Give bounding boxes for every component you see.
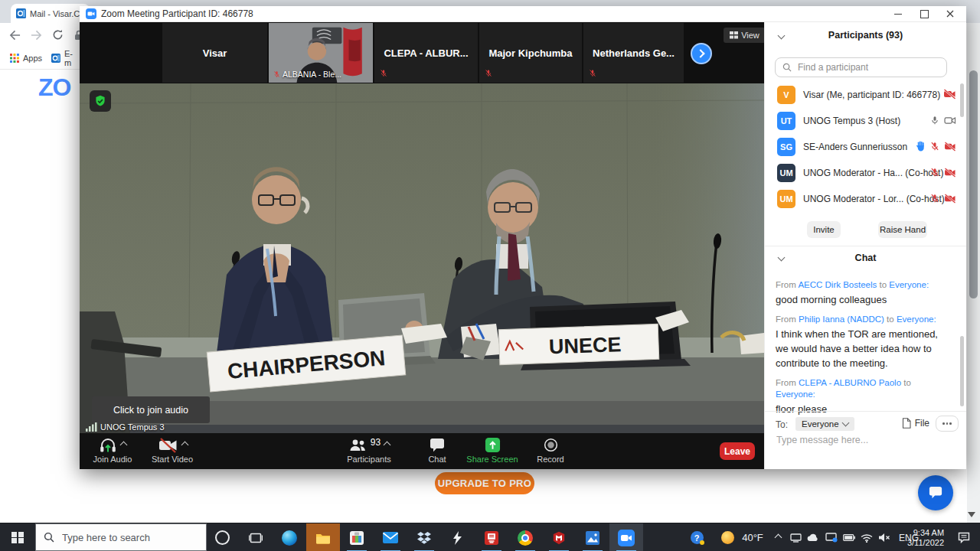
reload-icon[interactable] — [52, 29, 64, 41]
taskbar-search-input[interactable] — [60, 531, 194, 544]
action-center-button[interactable] — [952, 523, 975, 551]
task-view-button[interactable] — [239, 523, 273, 551]
upgrade-to-pro-button[interactable]: UPGRADE TO PRO — [435, 472, 534, 494]
maximize-button[interactable] — [911, 6, 937, 21]
wifi-icon — [861, 533, 873, 543]
participant-tile-video[interactable]: ALBANIA - Ble... — [269, 23, 373, 83]
battery-tray-icon[interactable] — [841, 523, 858, 551]
participant-row[interactable]: UM UNOG Moderator - Lor... (Co-host) — [765, 186, 966, 212]
scrollbar-thumb[interactable] — [969, 70, 978, 298]
browser-scrollbar[interactable] — [967, 23, 980, 523]
outlook-icon — [16, 8, 26, 18]
chat-scrollbar[interactable] — [960, 336, 964, 406]
join-audio-button[interactable]: Join Audio — [83, 436, 142, 464]
next-page-button[interactable] — [691, 43, 712, 64]
close-button[interactable] — [937, 6, 963, 21]
leave-button[interactable]: Leave — [720, 442, 755, 460]
zoom-web-logo: ZO — [38, 73, 70, 102]
forward-icon[interactable] — [31, 30, 42, 41]
participant-row[interactable]: V Visar (Me, participant ID: 466778) — [765, 82, 966, 108]
to-label: To: — [776, 419, 788, 430]
apps-grid-icon[interactable] — [10, 54, 19, 63]
wifi-tray-icon[interactable] — [858, 523, 875, 551]
outlook-bookmark-icon[interactable] — [51, 54, 60, 63]
recipient-select[interactable]: Everyone — [795, 417, 854, 431]
chat-header: Chat — [765, 253, 966, 263]
participants-scrollbar[interactable] — [960, 83, 964, 117]
meeting-toolbar: Join Audio Start Video 93 — [80, 433, 764, 469]
video-off-icon — [943, 89, 956, 99]
start-button[interactable] — [0, 523, 35, 551]
video-options-chevron[interactable] — [181, 442, 188, 449]
participant-tile[interactable]: CLEPA - ALBUR... — [374, 23, 478, 83]
lightning-app-icon[interactable] — [441, 523, 475, 551]
participant-tile[interactable]: Major Kipchumba — [479, 23, 582, 83]
minimize-button[interactable] — [885, 6, 911, 21]
participant-search[interactable] — [775, 57, 947, 77]
raised-hand-icon — [916, 141, 926, 152]
help-chat-widget[interactable] — [918, 475, 953, 510]
avatar: UM — [777, 190, 795, 208]
bookmark-email[interactable]: E-m — [64, 49, 80, 67]
audio-options-chevron[interactable] — [120, 442, 128, 449]
more-options-button[interactable] — [936, 416, 959, 432]
back-icon[interactable] — [9, 30, 21, 41]
windows-taskbar: ? 40°F ENG 9:34 AM3/11/2022 — [0, 523, 980, 551]
file-explorer-app-icon[interactable] — [306, 523, 340, 551]
participant-tile[interactable]: Netherlands Ge... — [583, 23, 684, 83]
task-view-icon — [249, 532, 263, 544]
raise-hand-button[interactable]: Raise Hand — [878, 221, 927, 238]
shield-check-icon — [94, 95, 106, 107]
avatar: SG — [777, 138, 795, 156]
package-app-icon[interactable] — [340, 523, 374, 551]
record-button[interactable]: Record — [521, 436, 580, 464]
invite-button[interactable]: Invite — [807, 221, 841, 238]
close-icon — [946, 10, 954, 18]
mail-app-icon[interactable] — [374, 523, 407, 551]
help-tray-icon[interactable]: ? — [686, 523, 707, 551]
security-badge[interactable] — [90, 90, 111, 112]
participants-options-chevron[interactable] — [384, 442, 391, 449]
photos-app-icon[interactable] — [576, 523, 609, 551]
edge-app-icon[interactable] — [273, 523, 306, 551]
chat-message-input[interactable] — [775, 434, 954, 446]
file-button[interactable]: File — [902, 418, 929, 429]
share-screen-button[interactable]: Share Screen — [462, 436, 522, 464]
bookmarks-bar: Apps E-m — [0, 47, 80, 70]
volume-muted-tray-icon[interactable] — [875, 523, 893, 551]
participant-row[interactable]: UM UNOG Moderator - Ha... (Co-host) — [765, 160, 966, 186]
mcafee-app-icon[interactable] — [542, 523, 576, 551]
taskbar-search[interactable] — [35, 523, 207, 551]
temperature-label[interactable]: 40°F — [738, 523, 767, 551]
zoom-app-taskbar-icon[interactable] — [609, 523, 643, 551]
red-app-glyph — [485, 531, 498, 545]
mcafee-shield-icon — [552, 531, 566, 545]
weather-tray-icon[interactable] — [717, 523, 738, 551]
participants-button[interactable]: 93 Participants — [339, 436, 399, 464]
page-collapse-arrow[interactable] — [968, 512, 975, 518]
cortana-button[interactable] — [205, 523, 239, 551]
chat-button[interactable]: Chat — [407, 436, 467, 464]
participant-row[interactable]: UT UNOG Tempus 3 (Host) — [765, 108, 966, 134]
question-icon: ? — [691, 531, 704, 544]
participant-row[interactable]: SG SE-Anders Gunneriusson — [765, 134, 966, 160]
browser-tab[interactable]: Mail - Visar.Cek — [11, 4, 90, 23]
join-audio-tooltip: Click to join audio — [92, 396, 210, 423]
onedrive-tray-icon[interactable] — [805, 523, 822, 551]
red-app-icon[interactable] — [475, 523, 508, 551]
device-tray-icon[interactable] — [787, 523, 804, 551]
zoom-title-bar[interactable]: Zoom Meeting Participant ID: 466778 — [80, 6, 966, 22]
clock[interactable]: 9:34 AM3/11/2022 — [902, 523, 949, 551]
muted-mic-icon — [589, 68, 596, 78]
dropbox-app-icon[interactable] — [407, 523, 441, 551]
tray-expand-button[interactable] — [770, 523, 786, 551]
view-button[interactable]: View — [724, 28, 766, 43]
search-input[interactable] — [796, 61, 929, 73]
display-tray-icon[interactable] — [823, 523, 840, 551]
headphones-icon — [99, 437, 117, 454]
chrome-app-icon[interactable] — [508, 523, 542, 551]
participant-tile[interactable]: Visar — [162, 23, 267, 83]
bookmark-apps[interactable]: Apps — [23, 54, 42, 63]
chat-bubble-icon — [928, 486, 943, 500]
start-video-button[interactable]: Start Video — [142, 436, 202, 464]
